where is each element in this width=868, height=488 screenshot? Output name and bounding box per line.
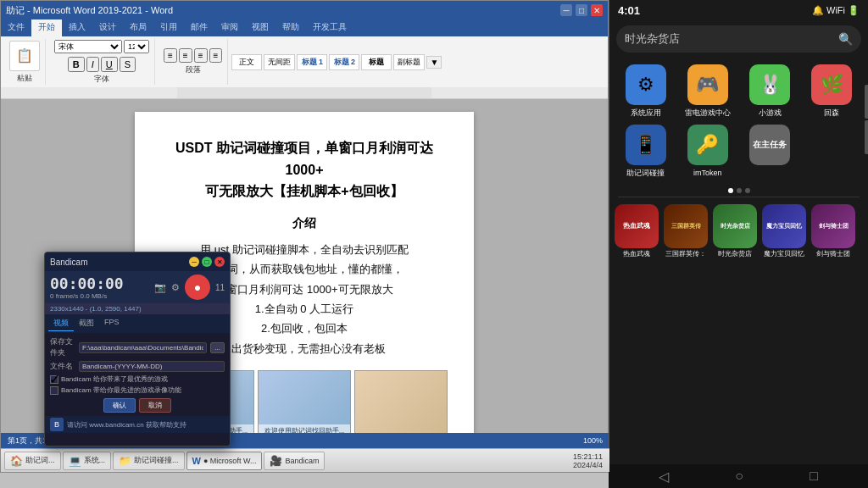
bandicam-tab-screenshot[interactable]: 截图 bbox=[74, 316, 99, 331]
align-right-button[interactable]: ≡ bbox=[194, 48, 208, 63]
tab-view[interactable]: 视图 bbox=[245, 19, 275, 36]
bandicam-close[interactable]: ✕ bbox=[214, 257, 225, 267]
mobile-apps-grid: ⚙ 系统应用 🎮 雷电游戏中心 🐰 小游戏 🌿 回森 📱 助记词碰撞 🔑 imT… bbox=[609, 58, 868, 185]
mobile-search-text: 时光杂货店 bbox=[625, 31, 832, 47]
italic-button[interactable]: I bbox=[86, 57, 99, 72]
style-h2[interactable]: 标题 2 bbox=[329, 54, 359, 70]
taskbar-btn-bandicam[interactable]: 🎥 Bandicam bbox=[264, 452, 325, 470]
bandicam-checkbox-1[interactable]: ✓ bbox=[50, 375, 58, 384]
huisen-label: 回森 bbox=[824, 108, 839, 118]
close-icon[interactable]: ✕ bbox=[591, 4, 603, 16]
mobile-games-row: 热血武魂 热血武魂 三国群英传 三国群英传： 时光杂货店 时光杂货店 魔力宝贝回… bbox=[609, 201, 868, 262]
taskbar-icon-1: 🏠 bbox=[10, 455, 23, 467]
align-left-button[interactable]: ≡ bbox=[164, 48, 177, 63]
zoom-level: 100% bbox=[583, 436, 603, 445]
bandicam-path-input[interactable] bbox=[79, 342, 207, 353]
justify-button[interactable]: ≡ bbox=[209, 48, 223, 63]
maximize-icon[interactable]: □ bbox=[576, 4, 587, 16]
game-4-label: 魔力宝贝回忆 bbox=[764, 250, 804, 258]
mobile-search-icon[interactable]: 🔍 bbox=[838, 32, 853, 46]
taskbar-label-bandicam: Bandicam bbox=[285, 457, 319, 465]
bandicam-checkbox-2[interactable] bbox=[50, 386, 58, 395]
game-3[interactable]: 时光杂货店 时光杂货店 bbox=[713, 204, 757, 258]
back-button[interactable]: ◁ bbox=[659, 469, 669, 485]
main-task-icon: 在主任务 bbox=[749, 125, 790, 165]
style-subtitle[interactable]: 副标题 bbox=[393, 54, 425, 70]
align-center-button[interactable]: ≡ bbox=[179, 48, 192, 63]
app-system[interactable]: ⚙ 系统应用 bbox=[618, 64, 673, 118]
bandicam-timer-sub: 0 frame/s 0.0 MB/s bbox=[50, 292, 124, 300]
style-nospace[interactable]: 无间距 bbox=[264, 54, 295, 70]
tab-references[interactable]: 引用 bbox=[153, 19, 184, 36]
taskbar-btn-1[interactable]: 🏠 助记词... bbox=[4, 452, 61, 470]
imtoken-label: imToken bbox=[693, 169, 722, 178]
volume-down-button[interactable] bbox=[865, 120, 868, 154]
bandicam-confirm-button[interactable]: 确认 bbox=[103, 398, 136, 413]
style-normal[interactable]: 正文 bbox=[231, 54, 262, 70]
tab-file[interactable]: 文件 bbox=[1, 19, 31, 36]
bandicam-settings-icon[interactable]: ⚙ bbox=[171, 282, 180, 293]
gaming-center-label: 雷电游戏中心 bbox=[685, 108, 731, 118]
word-icon: W bbox=[192, 456, 201, 466]
game-4[interactable]: 魔力宝贝回忆 魔力宝贝回忆 bbox=[762, 204, 806, 258]
bandicam-option-2-text: Bandicam 带给你最先进的游戏录像功能 bbox=[61, 385, 181, 395]
style-h1[interactable]: 标题 1 bbox=[297, 54, 327, 70]
tab-design[interactable]: 设计 bbox=[92, 19, 123, 36]
styles-more-button[interactable]: ▼ bbox=[426, 56, 442, 69]
bandicam-filename-input[interactable] bbox=[79, 361, 225, 372]
tab-layout[interactable]: 布局 bbox=[123, 19, 153, 36]
bandicam-record-button[interactable]: ● bbox=[185, 274, 210, 300]
taskbar-btn-2[interactable]: 💻 系统... bbox=[63, 452, 112, 470]
game-5[interactable]: 剑与骑士团 剑与骑士团 bbox=[811, 204, 855, 258]
taskbar-btn-3[interactable]: 📁 助记词碰撞... bbox=[113, 452, 185, 470]
home-button[interactable]: ○ bbox=[735, 469, 743, 484]
tab-insert[interactable]: 插入 bbox=[62, 19, 92, 36]
game-2[interactable]: 三国群英传 三国群英传： bbox=[664, 204, 708, 258]
ribbon-tabs: 文件 开始 插入 设计 布局 引用 邮件 审阅 视图 帮助 开发工具 bbox=[1, 19, 608, 36]
recents-button[interactable]: □ bbox=[810, 469, 818, 484]
taskbar-btn-word[interactable]: W ● Microsoft W... bbox=[186, 452, 263, 470]
bandicam-tab-video[interactable]: 视频 bbox=[48, 316, 74, 331]
app-mnemonic[interactable]: 📱 助记词碰撞 bbox=[618, 125, 673, 178]
bandicam-browse-button[interactable]: ... bbox=[210, 342, 225, 353]
bandicam-option-1-text: Bandicam 给你带来了最优秀的游戏 bbox=[61, 374, 168, 384]
strikethrough-button[interactable]: S bbox=[120, 57, 136, 72]
game-1[interactable]: 热血武魂 热血武魂 bbox=[615, 204, 659, 258]
app-gaming-center[interactable]: 🎮 雷电游戏中心 bbox=[680, 64, 735, 118]
style-title[interactable]: 标题 bbox=[361, 54, 392, 70]
tab-dev[interactable]: 开发工具 bbox=[306, 19, 353, 36]
bandicam-minimize[interactable]: ─ bbox=[189, 257, 199, 267]
paste-label: 粘贴 bbox=[17, 73, 32, 84]
bandicam-body: 保存文件夹 ... 文件名 ✓ Bandicam 给你带来了最优秀的游戏 Ban… bbox=[45, 333, 230, 416]
mini-games-label: 小游戏 bbox=[759, 108, 782, 118]
app-imtoken[interactable]: 🔑 imToken bbox=[680, 125, 735, 178]
app-huisen[interactable]: 🌿 回森 bbox=[804, 64, 860, 118]
mini-games-icon: 🐰 bbox=[749, 64, 790, 105]
tab-help[interactable]: 帮助 bbox=[275, 19, 306, 36]
tab-home[interactable]: 开始 bbox=[31, 19, 62, 36]
paste-button[interactable]: 📋 bbox=[9, 41, 40, 71]
tab-mailings[interactable]: 邮件 bbox=[184, 19, 214, 36]
bold-button[interactable]: B bbox=[68, 57, 85, 72]
bandicam-camera-icon[interactable]: 📷 bbox=[154, 282, 166, 293]
app-mini-games[interactable]: 🐰 小游戏 bbox=[743, 64, 798, 118]
bandicam-timer-area: 00:00:00 0 frame/s 0.0 MB/s bbox=[50, 274, 124, 300]
tab-review[interactable]: 审阅 bbox=[214, 19, 245, 36]
font-family-select[interactable]: 宋体 bbox=[54, 40, 122, 53]
mnemonic-label: 助记词碰撞 bbox=[626, 169, 665, 178]
mobile-searchbar[interactable]: 时光杂货店 🔍 bbox=[616, 25, 861, 53]
bandicam-maximize[interactable]: □ bbox=[202, 257, 212, 267]
mobile-time: 4:01 bbox=[618, 4, 640, 17]
minimize-icon[interactable]: ─ bbox=[560, 4, 572, 16]
bandicam-tab-fps[interactable]: FPS bbox=[99, 316, 125, 331]
underline-button[interactable]: U bbox=[101, 57, 118, 72]
font-size-select[interactable]: 12 bbox=[124, 40, 149, 53]
mobile-page-dots bbox=[609, 188, 868, 193]
mnemonic-icon: 📱 bbox=[626, 125, 666, 165]
word-titlebar: 助记 - Microsoft Word 2019-2021 - Word ─ □… bbox=[1, 1, 608, 19]
bandicam-cancel-button[interactable]: 取消 bbox=[139, 398, 171, 413]
game-4-icon: 魔力宝贝回忆 bbox=[762, 204, 806, 248]
mobile-status-icons: 🔔 WiFi 🔋 bbox=[812, 5, 860, 16]
app-main-task[interactable]: 在主任务 bbox=[743, 125, 798, 178]
volume-up-button[interactable] bbox=[865, 85, 868, 119]
